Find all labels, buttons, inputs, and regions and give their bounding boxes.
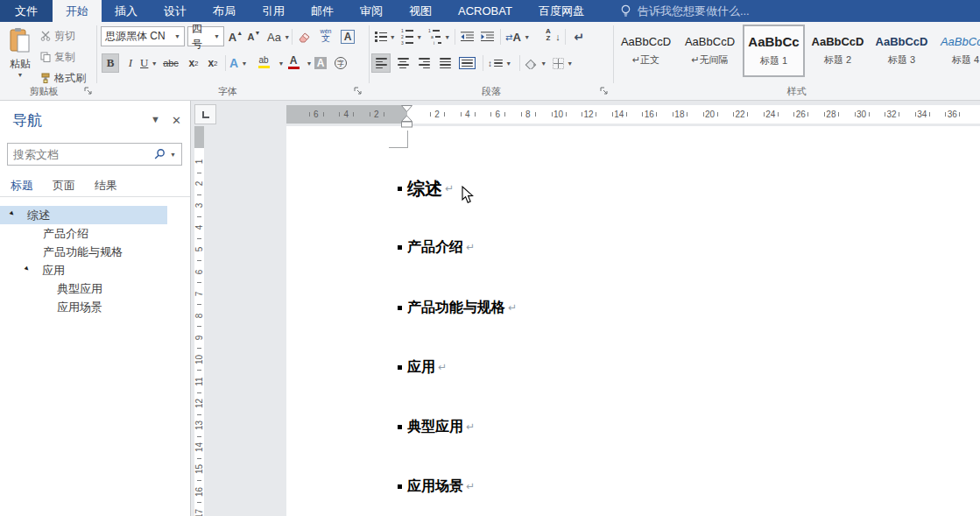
collapse-triangle-icon[interactable]: ▸ bbox=[8, 209, 19, 221]
decrease-indent-button[interactable] bbox=[459, 27, 475, 46]
h-ruler-tick bbox=[807, 112, 808, 117]
distribute-icon bbox=[459, 57, 476, 70]
tab-插入[interactable]: 插入 bbox=[102, 0, 151, 22]
v-ruler-number: 6 bbox=[194, 267, 204, 277]
font-dialog-launcher[interactable] bbox=[354, 86, 364, 96]
nav-tree-item-综述[interactable]: ▸综述 bbox=[0, 206, 167, 224]
italic-button[interactable]: I bbox=[123, 53, 138, 73]
search-icon[interactable] bbox=[153, 148, 166, 160]
text-highlight-button[interactable]: ab bbox=[256, 53, 271, 72]
style-card-2[interactable]: AaBbCcD↵无间隔 bbox=[679, 25, 741, 77]
clear-formatting-button[interactable] bbox=[297, 27, 313, 46]
asian-layout-button[interactable]: ⇄A ▼ bbox=[505, 27, 530, 46]
nav-tree-item-典型应用[interactable]: 典型应用 bbox=[0, 279, 167, 298]
numbering-button[interactable]: 1 2 3 ▼ bbox=[401, 27, 422, 46]
cut-button[interactable]: 剪切 bbox=[40, 27, 75, 45]
character-border-button[interactable]: A bbox=[340, 27, 356, 46]
nav-tree-item-产品功能与规格[interactable]: 产品功能与规格 bbox=[0, 243, 167, 261]
search-options-caret-icon[interactable]: ▼ bbox=[170, 152, 176, 158]
tell-me-box[interactable]: 告诉我您想要做什么... bbox=[620, 0, 750, 22]
doc-heading-典型应用[interactable]: 典型应用↵ bbox=[398, 417, 475, 436]
style-card-5[interactable]: AaBbCcD标题 3 bbox=[871, 25, 933, 77]
tab-file[interactable]: 文件 bbox=[0, 0, 53, 22]
heading-text: 应用 bbox=[407, 358, 435, 377]
grow-font-button[interactable]: A▲ bbox=[228, 27, 243, 46]
style-card-3[interactable]: AaBbCc标题 1 bbox=[743, 25, 805, 77]
nav-tab-页面[interactable]: 页面 bbox=[44, 176, 84, 196]
tab-视图[interactable]: 视图 bbox=[396, 0, 445, 22]
nav-pane-close-icon[interactable]: ✕ bbox=[172, 115, 181, 126]
style-card-6[interactable]: AaBbCcD标题 4 bbox=[934, 25, 980, 77]
distribute-button[interactable] bbox=[456, 53, 477, 73]
bold-button[interactable]: B bbox=[102, 53, 119, 73]
align-left-button[interactable] bbox=[371, 53, 391, 73]
tab-百度网盘[interactable]: 百度网盘 bbox=[525, 0, 597, 22]
v-ruler-tick bbox=[197, 216, 201, 217]
doc-heading-应用场景[interactable]: 应用场景↵ bbox=[398, 477, 475, 496]
align-right-button[interactable] bbox=[414, 53, 434, 73]
nav-tree-item-产品介绍[interactable]: 产品介绍 bbox=[0, 224, 167, 243]
doc-heading-应用[interactable]: 应用↵ bbox=[398, 357, 447, 377]
line-spacing-button[interactable]: ↕ ▼ bbox=[488, 53, 511, 73]
character-shading-button[interactable]: A bbox=[313, 53, 328, 73]
phonetic-guide-button[interactable]: wén 文 bbox=[318, 25, 334, 45]
superscript-button[interactable]: x2 bbox=[205, 53, 221, 73]
nav-tab-结果[interactable]: 结果 bbox=[86, 176, 126, 196]
v-ruler-number: 12 bbox=[194, 399, 204, 408]
paragraph-dialog-launcher[interactable] bbox=[600, 86, 610, 96]
enclose-characters-button[interactable]: 字 bbox=[333, 53, 349, 73]
h-ruler-number: 6 bbox=[496, 109, 501, 120]
search-input[interactable] bbox=[13, 148, 153, 161]
tab-开始[interactable]: 开始 bbox=[53, 0, 102, 22]
tab-邮件[interactable]: 邮件 bbox=[298, 0, 347, 22]
justify-button[interactable] bbox=[435, 53, 455, 73]
clipboard-dialog-launcher[interactable] bbox=[84, 86, 95, 96]
paste-button[interactable]: 粘贴 ▼ bbox=[4, 25, 37, 86]
font-size-combo[interactable]: 四号 ▼ bbox=[187, 26, 224, 46]
multilevel-list-button[interactable]: 1 a i ▼ bbox=[428, 27, 450, 46]
tab-selector-box[interactable] bbox=[194, 104, 216, 124]
nav-tree-label: 产品介绍 bbox=[43, 226, 88, 242]
vertical-ruler[interactable]: 1234567891011121314151617 bbox=[194, 126, 204, 516]
font-name-combo[interactable]: 思源黑体 CN ▼ bbox=[101, 26, 185, 46]
shading-button[interactable]: ▼ bbox=[525, 53, 546, 73]
align-center-button[interactable] bbox=[393, 53, 412, 73]
bullets-button[interactable]: ▼ bbox=[375, 27, 396, 46]
tab-ACROBAT[interactable]: ACROBAT bbox=[445, 0, 525, 22]
increase-indent-icon bbox=[481, 32, 494, 42]
underline-button[interactable]: U ▼ bbox=[140, 53, 158, 73]
increase-indent-button[interactable] bbox=[479, 27, 495, 46]
nav-pane-options-icon[interactable]: ▼ bbox=[151, 115, 160, 124]
shrink-font-button[interactable]: A▼ bbox=[246, 27, 262, 46]
nav-tree-item-应用场景[interactable]: 应用场景 bbox=[0, 298, 167, 316]
tab-审阅[interactable]: 审阅 bbox=[347, 0, 396, 22]
subscript-button[interactable]: x2 bbox=[186, 53, 201, 73]
horizontal-ruler[interactable]: 64224681012141618202224262830323436 bbox=[286, 105, 980, 124]
document-page[interactable] bbox=[286, 126, 980, 516]
heading-anchor-square bbox=[398, 245, 402, 250]
doc-heading-综述[interactable]: 综述↵ bbox=[398, 176, 454, 201]
copy-button[interactable]: 复制 bbox=[40, 48, 75, 66]
text-effects-button[interactable]: A ▼ bbox=[229, 53, 247, 73]
tab-引用[interactable]: 引用 bbox=[249, 0, 298, 22]
justify-icon bbox=[440, 58, 451, 68]
format-painter-button[interactable]: 格式刷 bbox=[40, 69, 86, 87]
doc-heading-产品介绍[interactable]: 产品介绍↵ bbox=[398, 237, 475, 257]
collapse-triangle-icon[interactable]: ▸ bbox=[23, 265, 34, 276]
doc-heading-产品功能与规格[interactable]: 产品功能与规格↵ bbox=[398, 298, 517, 317]
indent-markers[interactable] bbox=[400, 104, 413, 129]
nav-tree-item-应用[interactable]: ▸应用 bbox=[0, 261, 167, 279]
tab-布局[interactable]: 布局 bbox=[200, 0, 249, 22]
font-color-button[interactable]: A bbox=[286, 53, 301, 72]
strikethrough-button[interactable]: abc bbox=[163, 53, 179, 73]
tab-设计[interactable]: 设计 bbox=[151, 0, 200, 22]
show-hide-marks-button[interactable]: ↵ bbox=[571, 27, 587, 46]
change-case-button[interactable]: Aa ▼ bbox=[267, 27, 290, 46]
nav-tab-标题[interactable]: 标题 bbox=[2, 176, 42, 196]
borders-button[interactable]: ▼ bbox=[553, 53, 573, 73]
style-card-4[interactable]: AaBbCcD标题 2 bbox=[807, 25, 869, 77]
numbering-icon: 1 2 3 bbox=[401, 29, 413, 46]
h-ruler-tick bbox=[733, 112, 734, 117]
align-left-icon bbox=[376, 58, 387, 68]
style-card-1[interactable]: AaBbCcD↵正文 bbox=[615, 25, 677, 77]
